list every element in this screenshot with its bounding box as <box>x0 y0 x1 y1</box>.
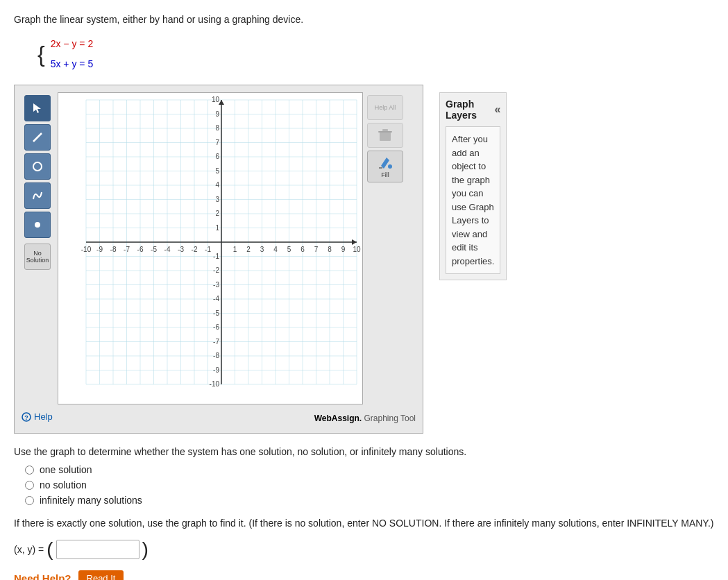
delete-button[interactable] <box>367 123 403 148</box>
graph-layers-panel: Graph Layers « After you add an object t… <box>439 92 507 280</box>
close-paren: ) <box>142 540 149 559</box>
graph-layers-body: After you add an object to the graph you… <box>446 126 500 274</box>
line-tool-button[interactable] <box>24 124 51 151</box>
equation-system: { 2x − y = 2 5x + y = 5 <box>35 33 714 75</box>
svg-line-1 <box>33 133 42 142</box>
svg-point-2 <box>33 162 42 171</box>
svg-rect-6 <box>378 131 392 133</box>
below-graph-section: Use the graph to determine whether the s… <box>14 446 714 580</box>
solution-input-field[interactable] <box>56 540 139 559</box>
page-title: Graph the linear system, either by hand … <box>14 14 714 25</box>
graph-layers-header: Graph Layers « <box>446 99 500 121</box>
label-infinite-solutions: infinitely many solutions <box>40 495 142 506</box>
svg-point-3 <box>35 222 40 228</box>
svg-marker-0 <box>33 103 41 113</box>
option-infinite-solutions[interactable]: infinitely many solutions <box>25 495 714 506</box>
solution-input-row: (x, y) = ( ) <box>14 540 714 559</box>
help-row: ? Help <box>22 407 53 426</box>
graph-canvas-area[interactable] <box>58 92 363 404</box>
drawing-toolbar: No Solution <box>22 92 58 404</box>
webassign-footer: WebAssign. Graphing Tool <box>53 413 416 423</box>
option-one-solution[interactable]: one solution <box>25 464 714 475</box>
radio-no-solution[interactable] <box>25 481 34 490</box>
svg-text:?: ? <box>24 414 28 421</box>
help-link[interactable]: ? Help <box>22 411 53 422</box>
xy-label: (x, y) = <box>14 544 44 555</box>
option-no-solution[interactable]: no solution <box>25 479 714 491</box>
circle-tool-button[interactable] <box>24 153 51 180</box>
fill-button[interactable]: Fill <box>367 151 403 182</box>
curve-tool-button[interactable] <box>24 182 51 209</box>
label-one-solution: one solution <box>40 464 92 475</box>
no-solution-button[interactable]: No Solution <box>24 244 51 270</box>
graph-layers-close-button[interactable]: « <box>495 103 501 116</box>
point-tool-button[interactable] <box>24 212 51 238</box>
need-help-row: Need Help? Read It <box>14 570 714 580</box>
equation-1: 2x − y = 2 <box>51 38 93 49</box>
help-all-button[interactable]: Help All <box>367 95 403 120</box>
svg-rect-5 <box>382 129 388 131</box>
need-help-label: Need Help? <box>14 572 71 580</box>
select-tool-button[interactable] <box>24 95 51 121</box>
question2-text: Use the graph to determine whether the s… <box>14 446 714 457</box>
label-no-solution: no solution <box>40 479 87 491</box>
read-it-button[interactable]: Read It <box>78 570 124 580</box>
graph-layers-title: Graph Layers <box>446 99 495 121</box>
radio-one-solution[interactable] <box>25 466 34 475</box>
graphing-tool: No Solution Help All <box>14 85 423 434</box>
svg-point-7 <box>388 164 392 169</box>
svg-rect-4 <box>380 131 391 141</box>
open-paren: ( <box>46 540 53 559</box>
graph-right-panel: Help All F <box>363 92 432 404</box>
equation-2: 5x + y = 5 <box>51 58 93 69</box>
solution-options: one solution no solution infinitely many… <box>25 464 714 506</box>
question3-text: If there is exactly one solution, use th… <box>14 515 714 531</box>
radio-infinite-solutions[interactable] <box>25 496 34 505</box>
